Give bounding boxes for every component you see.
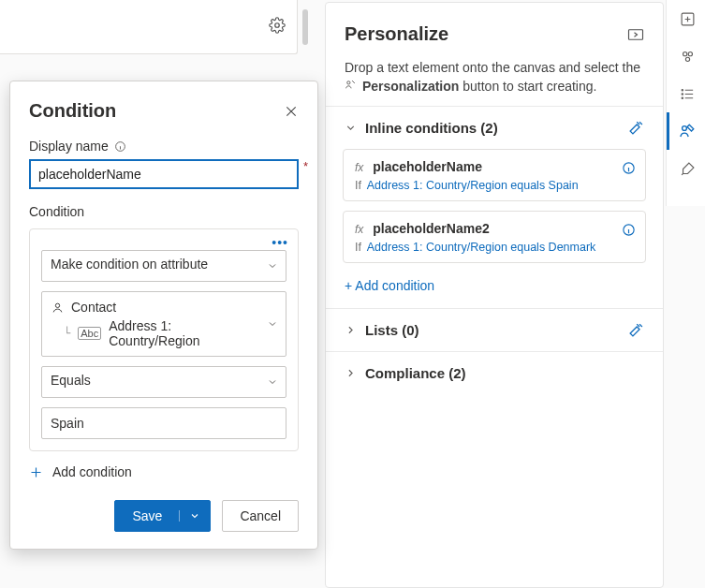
close-icon[interactable] [284,104,299,119]
chevron-down-icon [345,122,357,134]
rail-brush-icon[interactable] [667,150,706,187]
personalize-panel: Personalize Drop a text element onto the… [325,2,664,588]
personalization-inline-icon [345,79,360,94]
canvas-topbar [0,0,298,54]
info-icon[interactable] [114,140,126,153]
condition-expression-link[interactable]: Address 1: Country/Region equals Spain [367,179,579,192]
display-name-input[interactable] [29,159,299,189]
chevron-right-icon [345,324,357,336]
person-icon [51,301,64,314]
rail-list-icon[interactable] [667,75,706,112]
add-condition-button[interactable]: Add condition [29,464,299,479]
info-icon[interactable] [622,223,636,237]
chevron-down-icon [267,260,278,272]
condition-section-label: Condition [29,204,299,219]
rail-elements-icon[interactable] [667,37,706,75]
svg-point-8 [683,126,687,131]
dialog-title: Condition [29,100,116,122]
operator-select[interactable]: Equals [41,366,286,398]
condition-expression-link[interactable]: Address 1: Country/Region equals Denmark [367,241,596,254]
rail-add-icon[interactable] [667,0,706,37]
chevron-down-icon [267,318,278,330]
condition-dialog: Condition Display name * Condition ••• M… [9,81,318,550]
gear-icon[interactable] [269,17,286,34]
svg-point-0 [275,23,280,28]
fx-icon: fx [355,223,363,236]
section-lists[interactable]: Lists (0) [326,309,663,351]
condition-builder: ••• Make condition on attribute Contact … [29,228,299,451]
section-compliance[interactable]: Compliance (2) [326,352,663,394]
chevron-right-icon [345,367,357,379]
tree-branch-icon: └ [64,327,70,340]
edit-icon[interactable] [628,120,644,136]
condition-name: placeholderName2 [373,221,490,236]
svg-point-14 [55,303,59,307]
panel-collapse-icon[interactable] [627,28,644,41]
info-icon[interactable] [622,161,636,175]
svg-point-7 [682,97,683,98]
svg-point-5 [682,89,683,90]
canvas-scrollbar[interactable] [300,0,311,54]
panel-title: Personalize [345,23,448,45]
value-input[interactable] [41,407,286,439]
section-label: Lists (0) [365,322,419,338]
section-inline-conditions[interactable]: Inline conditions (2) [326,107,663,149]
section-label: Compliance (2) [365,365,466,381]
cancel-button[interactable]: Cancel [222,500,299,532]
section-label: Inline conditions (2) [365,120,498,136]
save-button[interactable]: Save [115,508,179,523]
edit-icon[interactable] [628,322,644,338]
required-indicator: * [303,159,308,173]
save-split-chevron[interactable] [179,510,210,522]
condition-card[interactable]: fx placeholderName If Address 1: Country… [343,149,646,201]
svg-rect-9 [629,29,643,39]
add-condition-link[interactable]: + Add condition [326,272,663,308]
svg-point-10 [347,81,350,84]
fx-icon: fx [355,161,363,174]
display-name-label: Display name [29,139,299,154]
text-field-type-icon: Abc [78,327,101,340]
svg-point-2 [683,51,686,55]
svg-point-3 [688,51,692,55]
right-rail [666,0,705,206]
condition-name: placeholderName [373,159,482,174]
chevron-down-icon [267,376,278,388]
plus-icon [29,465,43,479]
attribute-picker[interactable]: Contact └ Abc Address 1: Country/Region [41,291,286,357]
rail-personalize-icon[interactable] [667,112,706,150]
more-icon[interactable]: ••• [272,235,288,250]
condition-mode-select[interactable]: Make condition on attribute [41,250,286,282]
attribute-entity: Contact [71,300,116,315]
save-split-button[interactable]: Save [114,500,211,532]
svg-point-6 [682,93,683,94]
condition-card[interactable]: fx placeholderName2 If Address 1: Countr… [343,211,646,263]
attribute-field: Address 1: Country/Region [109,318,257,348]
panel-description: Drop a text element onto the canvas and … [326,58,663,106]
svg-point-4 [685,57,689,61]
